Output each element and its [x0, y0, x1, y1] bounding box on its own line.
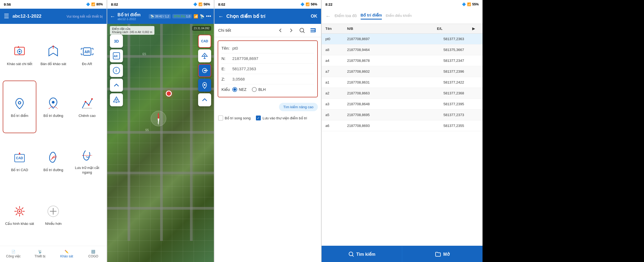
field-e-value[interactable]: 581377,2363: [232, 66, 314, 71]
gps-count-badge: 📡 39:42 / 1,2: [149, 14, 171, 19]
map-area[interactable]: E5 S5 Điểm đặt cửa Khoảng cách: 245 m Al…: [107, 24, 214, 262]
th-nb: N/B: [347, 27, 437, 31]
cell-el-0: 581377,2363: [443, 37, 479, 41]
ar-label: Đo AR: [82, 62, 92, 66]
rtk-fix-badge: RTK Fix 1,0: [172, 14, 192, 18]
grid-menu: Kháo sát chi tiết Bán đồ kháo sát AR: [0, 24, 107, 246]
radio-blh[interactable]: BLH: [252, 87, 266, 92]
menu-icon[interactable]: ☰: [4, 13, 9, 20]
table-row[interactable]: pt0 2187708,8697 581377,2363: [322, 34, 483, 44]
cell-nb-4: 2187708,8631: [347, 80, 443, 84]
field-e-label: E:: [221, 66, 232, 71]
rtk-fix-value: 1,0: [186, 15, 190, 18]
menu-item-ban-do-khao-sat[interactable]: Bán đồ kháo sát: [36, 29, 70, 81]
table-row[interactable]: a6 2187708,8693 581377,2355: [322, 120, 483, 131]
map-right-buttons: CAD: [198, 35, 211, 106]
checkbox-bo-tri-song-song[interactable]: Bố trí song song: [218, 116, 250, 120]
back-icon-p3[interactable]: ←: [218, 13, 224, 20]
khao-sat-icon: [11, 43, 28, 60]
radio-nez[interactable]: NEZ: [232, 87, 246, 92]
search-button[interactable]: Tìm kiếm: [322, 246, 402, 262]
checkbox-bo-tri-dot: [218, 116, 223, 120]
field-n: N: 2187708,8697: [221, 53, 314, 64]
tab-diem-toa-do[interactable]: Điểm toa đô: [335, 13, 357, 19]
svg-point-21: [52, 101, 55, 104]
field-n-label: N:: [221, 56, 232, 61]
btn-cocktail[interactable]: [198, 49, 211, 62]
nav-thiet-bi[interactable]: 📡 Thiết bị: [27, 246, 53, 262]
menu-item-luu-tru[interactable]: Lưu trữ mặt cắt ngang: [70, 133, 104, 189]
field-kieu: Kiểu NEZ BLH: [221, 84, 314, 95]
radio-blh-label: BLH: [258, 87, 266, 92]
svg-text:E5: E5: [142, 52, 146, 56]
tab-bo-tri-diem[interactable]: Bố trí điểm: [361, 13, 382, 20]
menu-item-bo-tri-cad[interactable]: CAD Bố trí CAD: [3, 133, 36, 189]
table-row[interactable]: a4 2187708,8678 581377,2347: [322, 55, 483, 66]
nav-khao-sat[interactable]: ✏️ Kháo sát: [53, 246, 80, 262]
p3-checkboxes: Bố trí song song ✓ Lưu vào thư viện điểm…: [214, 113, 321, 123]
open-button[interactable]: Mở: [402, 246, 483, 262]
cell-el-2: 581377,2347: [443, 59, 479, 63]
nav-cogo[interactable]: 🔢 COGO: [80, 246, 107, 262]
field-name-value[interactable]: pt0: [232, 46, 314, 50]
next-button[interactable]: [287, 26, 296, 35]
svg-text:AR: AR: [84, 50, 90, 54]
btn-3d[interactable]: 3D: [110, 35, 123, 48]
back-icon-p2[interactable]: ←: [110, 13, 115, 20]
menu-item-nhieu-hon[interactable]: Nhiều hơn: [36, 189, 70, 240]
more-icon-p2[interactable]: •••: [206, 14, 211, 19]
time-p3: 8:02: [218, 2, 225, 7]
tab-diem-dieu-khien[interactable]: Điểm điều khiển: [386, 14, 412, 19]
back-icon-p4[interactable]: ←: [325, 13, 331, 19]
btn-location[interactable]: [198, 79, 211, 92]
status-bar-p1: 9:56 🔷 📶 80%: [0, 0, 107, 9]
btn-arrow-right[interactable]: [198, 64, 211, 77]
bottom-nav: 📄 Công việc 📡 Thiết bị ✏️ Kháo sát 🔢 COG…: [0, 246, 107, 262]
table-row[interactable]: a7 2187708,8602 581377,2396: [322, 66, 483, 77]
btn-cad[interactable]: CAD: [198, 35, 211, 48]
nav-cong-viec[interactable]: 📄 Công việc: [0, 246, 27, 262]
field-z-value[interactable]: 3,0568: [232, 77, 314, 81]
btn-chevron-up-2[interactable]: [198, 93, 211, 106]
svg-text:i: i: [116, 68, 117, 73]
app-header-p1: ☰ abc12-1-2022 Vui lòng kết nối thiết bị: [0, 9, 107, 24]
menu-item-khao-sat-chi-tiet[interactable]: Kháo sát chi tiết: [3, 29, 36, 81]
nav-thiet-bi-label: Thiết bị: [34, 254, 45, 258]
svg-line-65: [303, 32, 305, 33]
menu-item-bo-tri-duong2[interactable]: Bố trí đường: [36, 133, 70, 189]
menu-item-chenh-cao[interactable]: Chênh cao: [70, 81, 104, 133]
search-icon-p3[interactable]: [298, 26, 306, 35]
list-icon-p3[interactable]: [309, 26, 317, 35]
table-row[interactable]: a2 2187708,8663 581377,2368: [322, 88, 483, 99]
table-row[interactable]: a1 2187708,8631 581377,2422: [322, 77, 483, 88]
cell-nb-7: 2187708,8695: [347, 113, 443, 117]
field-z: Z: 3,0568: [221, 74, 314, 84]
svg-text:AR: AR: [114, 55, 118, 58]
menu-item-bo-tri-diem[interactable]: Bố trí điểm: [3, 81, 36, 133]
wifi-icon-map: 📡: [200, 14, 204, 18]
menu-item-cau-hinh[interactable]: Cấu hình kháo sát: [3, 189, 36, 240]
svg-rect-67: [310, 30, 315, 31]
advanced-search-button[interactable]: Tìm kiếm nâng cao: [279, 103, 318, 111]
cell-name-5: a2: [325, 91, 347, 95]
svg-text:S: S: [157, 122, 159, 124]
table-row[interactable]: a8 2187708,9464 581375,3667: [322, 44, 483, 55]
nav-khao-sat-icon: ✏️: [65, 250, 69, 254]
menu-item-do-ar[interactable]: AR Đo AR: [70, 29, 104, 81]
btn-chevron-up-1[interactable]: [110, 79, 123, 92]
table-row[interactable]: a5 2187708,8695 581377,2373: [322, 110, 483, 120]
btn-ar[interactable]: AR: [110, 49, 123, 62]
field-n-value[interactable]: 2187708,8697: [232, 56, 314, 61]
map-dist-label: Khoảng cách: 245 m Alt: 0,002 m: [112, 31, 152, 34]
p3-form: Tên: pt0 N: 2187708,8697 E: 581377,2363 …: [218, 40, 318, 97]
table-row[interactable]: a3 2187708,8648 581377,2395: [322, 99, 483, 110]
menu-item-bo-tri-duong[interactable]: Bố trí đường: [36, 81, 70, 133]
svg-point-3: [19, 51, 20, 52]
signal-icon-p2: 📶: [193, 14, 198, 18]
prev-button[interactable]: [276, 26, 285, 35]
btn-level[interactable]: [110, 93, 123, 106]
btn-info[interactable]: i: [110, 64, 123, 77]
open-label: Mở: [443, 252, 449, 257]
ok-button[interactable]: OK: [311, 14, 317, 19]
checkbox-luu-vao-thu-vien[interactable]: ✓ Lưu vào thư viện điểm bố trí: [256, 116, 307, 120]
